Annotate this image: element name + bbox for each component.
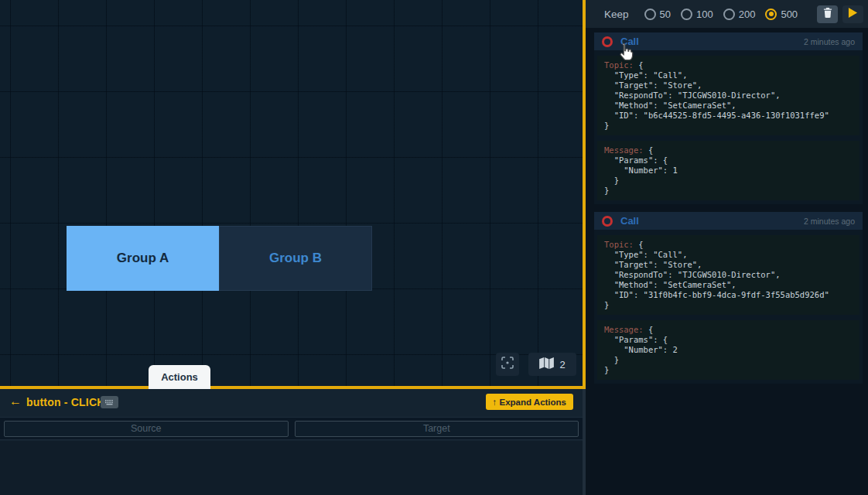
call-link[interactable]: Call <box>620 36 639 47</box>
actions-tab[interactable]: Actions <box>149 365 210 389</box>
play-icon <box>848 7 858 21</box>
back-arrow-icon[interactable]: ← <box>9 394 22 408</box>
log-entry: Call 2 minutes ago Topic: { "Type": "Cal… <box>594 212 863 384</box>
log-entries: Call 2 minutes ago Topic: { "Type": "Cal… <box>594 32 863 391</box>
timestamp: 2 minutes ago <box>804 37 855 46</box>
play-button[interactable] <box>842 5 863 23</box>
minimap-count: 2 <box>559 359 565 370</box>
topic-code-block: Topic: { "Type": "Call", "Target": "Stor… <box>597 235 859 315</box>
radio-icon[interactable] <box>681 9 692 20</box>
keep-option-100[interactable]: 100 <box>681 9 713 20</box>
keep-option-500[interactable]: 500 <box>765 9 798 20</box>
app-root: Group A Group B 2 Actio <box>0 0 868 495</box>
radio-icon[interactable] <box>765 9 777 20</box>
map-icon <box>539 357 554 371</box>
log-entry: Call 2 minutes ago Topic: { "Type": "Cal… <box>594 32 863 204</box>
minimap-button[interactable]: 2 <box>528 353 576 376</box>
trash-icon <box>823 8 832 20</box>
group-b-button[interactable]: Group B <box>219 226 372 291</box>
fit-to-screen-button[interactable] <box>496 353 519 376</box>
action-title: button - CLICK <box>26 396 105 408</box>
actions-panel: ← button - CLICK ↑ Expand Actions <box>0 389 583 495</box>
call-status-icon <box>602 36 613 47</box>
keep-option-200[interactable]: 200 <box>723 9 756 20</box>
viewport-border-right <box>583 0 586 389</box>
radio-icon[interactable] <box>644 9 656 20</box>
keep-label: Keep <box>604 9 629 20</box>
log-entry-header[interactable]: Call 2 minutes ago <box>594 32 863 50</box>
keyboard-icon <box>101 396 118 408</box>
message-log-panel: Keep 50 100 200 500 <box>586 0 868 495</box>
log-entry-header[interactable]: Call 2 minutes ago <box>594 212 863 230</box>
group-a-button[interactable]: Group A <box>67 226 219 291</box>
target-input[interactable] <box>295 421 579 437</box>
radio-icon[interactable] <box>723 9 735 20</box>
source-target-row <box>0 417 583 440</box>
topic-code-block: Topic: { "Type": "Call", "Target": "Stor… <box>597 56 859 135</box>
viewport-border-bottom <box>0 386 586 389</box>
source-input[interactable] <box>4 421 289 437</box>
keep-option-50[interactable]: 50 <box>644 9 671 20</box>
timestamp: 2 minutes ago <box>804 217 855 226</box>
log-toolbar: Keep 50 100 200 500 <box>586 0 868 28</box>
expand-actions-button[interactable]: ↑ Expand Actions <box>486 394 573 410</box>
message-code-block: Message: { "Params": { "Number": 1 } } <box>597 141 859 200</box>
stage-canvas[interactable]: Group A Group B 2 <box>0 0 583 386</box>
message-code-block: Message: { "Params": { "Number": 2 } } <box>597 320 859 380</box>
actions-panel-body <box>0 441 583 495</box>
fit-to-screen-icon <box>501 357 514 372</box>
call-link[interactable]: Call <box>620 215 639 227</box>
clear-log-button[interactable] <box>817 5 838 23</box>
actions-panel-header: ← button - CLICK ↑ Expand Actions <box>0 389 583 415</box>
call-status-icon <box>602 216 613 227</box>
